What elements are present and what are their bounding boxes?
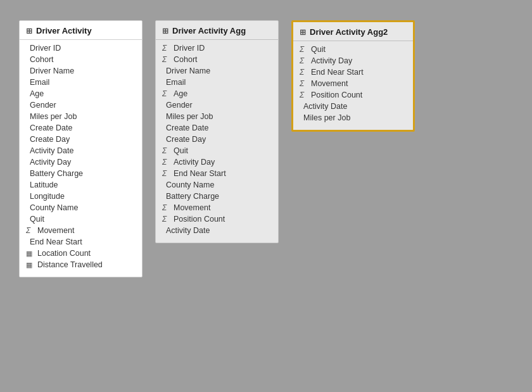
field-label: Create Date [30,123,72,132]
field-row[interactable]: Driver ID [20,42,142,54]
field-row[interactable]: Create Day [156,134,278,145]
field-row[interactable]: ΣActivity Day [293,55,413,66]
table-driver-activity-agg: ⊞ Driver Activity Agg ΣDriver IDΣCohortD… [155,20,279,243]
field-row[interactable]: County Name [20,202,142,213]
field-row[interactable]: Activity Date [156,225,278,236]
sigma-icon: Σ [300,45,308,54]
field-row[interactable]: ΣEnd Near Start [293,66,413,78]
field-label: Create Day [30,135,70,144]
field-row[interactable]: Miles per Job [20,111,142,122]
field-row[interactable]: Email [20,77,142,88]
table-driver-activity-agg2-title: Driver Activity Agg2 [310,27,388,37]
field-label: Distance Travelled [37,260,103,269]
field-row[interactable]: ΣCohort [156,54,278,65]
field-row[interactable]: Longitude [20,191,142,202]
field-label: Age [30,89,44,98]
table-driver-activity-agg2: ⊞ Driver Activity Agg2 ΣQuitΣActivity Da… [291,20,415,132]
field-row[interactable]: ΣQuit [293,44,413,55]
table-driver-activity: ⊞ Driver Activity Driver IDCohortDriver … [19,20,142,277]
field-row[interactable]: Miles per Job [293,112,413,123]
field-row[interactable]: Miles per Job [156,111,278,122]
field-row[interactable]: Create Date [20,122,142,134]
field-row[interactable]: Age [20,88,142,99]
field-label: Activity Date [166,226,210,235]
field-row[interactable]: Cohort [20,54,142,65]
sigma-icon: Σ [300,56,308,65]
table-driver-activity-agg2-header: ⊞ Driver Activity Agg2 [293,22,413,41]
table-icon-driver-activity-agg2: ⊞ [300,28,306,37]
field-row[interactable]: ΣQuit [156,145,278,156]
field-label: End Near Start [311,68,364,77]
field-row[interactable]: Activity Date [293,101,413,112]
field-label: Movement [37,226,74,235]
field-label: Create Date [166,123,208,132]
field-label: Email [166,78,186,87]
sigma-icon: Σ [162,158,171,167]
field-row[interactable]: ΣPosition Count [156,213,278,225]
field-label: Activity Date [30,146,73,155]
field-row[interactable]: End Near Start [20,236,142,248]
field-label: Location Count [37,249,91,258]
field-label: Activity Date [303,102,347,111]
field-row[interactable]: Battery Charge [156,191,278,202]
field-label: Driver Name [30,66,74,75]
field-label: Miles per Job [303,113,350,122]
field-label: Gender [166,101,193,110]
field-row[interactable]: ▦Distance Travelled [20,259,142,270]
field-row[interactable]: Create Date [156,122,278,134]
field-row[interactable]: Activity Date [20,145,142,156]
field-row[interactable]: ΣPosition Count [293,89,413,101]
field-row[interactable]: ΣMovement [20,225,142,236]
field-label: Cohort [174,55,198,64]
field-row[interactable]: ΣActivity Day [156,156,278,168]
field-label: End Near Start [30,237,82,246]
field-label: Activity Day [30,158,71,167]
field-row[interactable]: ΣEnd Near Start [156,168,278,179]
field-label: Gender [30,101,56,110]
field-row[interactable]: Driver Name [20,65,142,77]
field-label: Driver ID [30,44,61,53]
field-label: Battery Charge [166,192,219,201]
field-label: End Near Start [174,169,226,178]
field-row[interactable]: Activity Day [20,156,142,168]
sigma-icon: Σ [162,89,171,98]
table-driver-activity-agg-header: ⊞ Driver Activity Agg [156,21,278,40]
field-label: Position Count [311,91,362,99]
driver-activity-agg-field-list: ΣDriver IDΣCohortDriver NameEmailΣAgeGen… [156,42,278,236]
sigma-icon: Σ [162,146,171,155]
sigma-icon: Σ [162,215,171,224]
field-row[interactable]: ΣDriver ID [156,42,278,54]
field-label: Quit [311,45,326,54]
field-label: Cohort [30,55,54,64]
sigma-icon: Σ [162,44,171,53]
field-row[interactable]: Quit [20,213,142,225]
field-label: Battery Charge [30,169,83,178]
field-row[interactable]: Driver Name [156,65,278,77]
field-row[interactable]: County Name [156,179,278,191]
sigma-icon: Σ [300,91,308,99]
driver-activity-field-list: Driver IDCohortDriver NameEmailAgeGender… [20,42,142,270]
field-row[interactable]: Gender [156,99,278,111]
main-canvas: ⊞ Driver Activity Driver IDCohortDriver … [6,8,526,384]
field-label: County Name [166,180,214,189]
field-row[interactable]: Battery Charge [20,168,142,179]
field-row[interactable]: Email [156,77,278,88]
field-row[interactable]: Create Day [20,134,142,145]
field-row[interactable]: Latitude [20,179,142,191]
sigma-icon: Σ [300,79,308,88]
field-row[interactable]: Gender [20,99,142,111]
field-row[interactable]: ΣAge [156,88,278,99]
field-label: Driver Name [166,66,210,75]
field-row[interactable]: ▦Location Count [20,248,142,259]
table-icon-driver-activity-agg: ⊞ [162,27,168,35]
sigma-icon: Σ [162,169,171,178]
field-label: Quit [174,146,188,155]
field-label: Activity Day [311,56,352,65]
field-row[interactable]: ΣMovement [293,78,413,89]
table-driver-activity-header: ⊞ Driver Activity [20,21,142,40]
field-row[interactable]: ΣMovement [156,202,278,213]
sigma-icon: Σ [26,226,35,235]
grid-icon: ▦ [26,261,35,269]
field-label: Activity Day [174,158,215,167]
field-label: Quit [30,215,44,224]
